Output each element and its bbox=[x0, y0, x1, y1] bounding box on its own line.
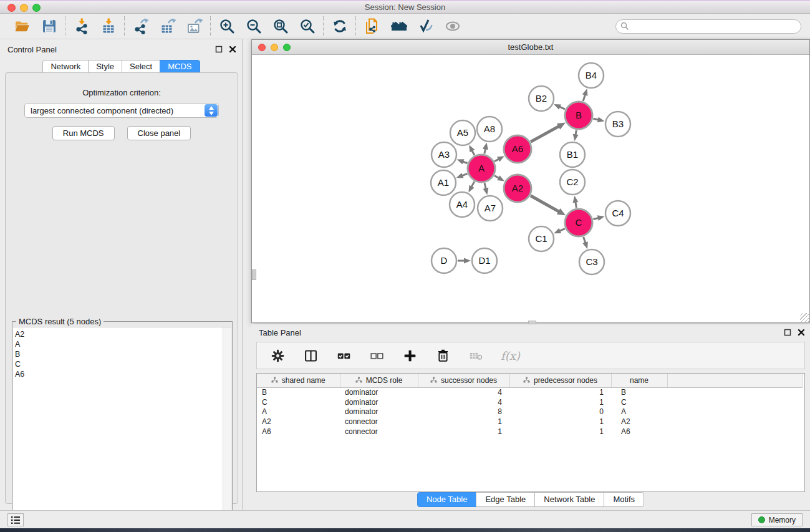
table-cell[interactable]: 4 bbox=[418, 387, 509, 397]
criterion-dropdown[interactable]: largest connected component (directed) bbox=[24, 103, 219, 118]
table-cell[interactable]: dominator bbox=[340, 387, 418, 397]
graph-node-A6[interactable]: A6 bbox=[504, 135, 531, 163]
table-cell[interactable]: 1 bbox=[509, 427, 611, 437]
graph-node-A3[interactable]: A3 bbox=[432, 142, 456, 167]
column-header-predecessor-nodes[interactable]: predecessor nodes bbox=[509, 374, 611, 387]
memory-button[interactable]: Memory bbox=[751, 513, 803, 526]
export-network-icon[interactable] bbox=[132, 18, 149, 35]
unselect-all-icon[interactable] bbox=[369, 347, 385, 364]
graph-node-B[interactable]: B bbox=[565, 102, 592, 129]
close-table-panel-icon[interactable] bbox=[798, 329, 805, 336]
graph-node-A2[interactable]: A2 bbox=[504, 175, 531, 202]
table-cell[interactable]: B bbox=[611, 387, 667, 397]
table-row[interactable]: Cdominator41C bbox=[257, 397, 802, 407]
table-cell[interactable]: A2 bbox=[611, 417, 667, 427]
table-cell[interactable]: 8 bbox=[418, 407, 509, 417]
mcds-result-item[interactable]: A2 bbox=[15, 329, 231, 339]
table-cell[interactable]: C bbox=[611, 397, 667, 407]
close-panel-icon[interactable] bbox=[229, 46, 236, 53]
table-cell[interactable]: 1 bbox=[418, 417, 509, 427]
graph-node-A4[interactable]: A4 bbox=[450, 192, 475, 217]
table-row[interactable]: A6connector11A6 bbox=[257, 427, 802, 437]
network-vscrollbar[interactable] bbox=[252, 269, 256, 280]
search-input[interactable] bbox=[615, 19, 801, 34]
import-network-icon[interactable] bbox=[73, 18, 90, 35]
table-header-row[interactable]: shared nameMCDS rolesuccessor nodesprede… bbox=[257, 374, 802, 387]
delete-column-icon[interactable] bbox=[435, 347, 451, 364]
graph-edge-A2-C[interactable] bbox=[531, 196, 560, 212]
column-header-name[interactable]: name bbox=[611, 374, 667, 387]
table-settings-gear-icon[interactable] bbox=[269, 347, 286, 364]
table-cell[interactable]: A bbox=[257, 407, 340, 417]
tab-motifs[interactable]: Motifs bbox=[604, 492, 644, 507]
graph-node-C4[interactable]: C4 bbox=[605, 201, 630, 226]
graph-node-B2[interactable]: B2 bbox=[529, 86, 554, 111]
graph-node-A5[interactable]: A5 bbox=[450, 120, 475, 145]
table-cell[interactable]: C bbox=[257, 397, 340, 407]
float-panel-icon[interactable] bbox=[215, 46, 223, 53]
mcds-result-item[interactable]: C bbox=[15, 359, 231, 369]
graph-node-C[interactable]: C bbox=[565, 209, 592, 236]
table-cell[interactable]: connector bbox=[340, 427, 418, 437]
graph-node-C1[interactable]: C1 bbox=[529, 226, 554, 251]
graph-node-A7[interactable]: A7 bbox=[478, 196, 503, 221]
graph-node-A8[interactable]: A8 bbox=[477, 117, 502, 142]
table-cell[interactable]: A6 bbox=[257, 427, 340, 437]
zoom-fit-icon[interactable] bbox=[272, 18, 289, 35]
task-history-button[interactable] bbox=[7, 513, 24, 526]
tab-network-table[interactable]: Network Table bbox=[534, 492, 604, 507]
graph-node-D[interactable]: D bbox=[432, 248, 456, 273]
graph-node-A[interactable]: A bbox=[468, 155, 495, 182]
table-row[interactable]: Bdominator41B bbox=[257, 387, 802, 397]
table-cell[interactable]: 0 bbox=[509, 407, 611, 417]
close-panel-button[interactable]: Close panel bbox=[127, 126, 191, 140]
tab-edge-table[interactable]: Edge Table bbox=[476, 492, 535, 507]
run-mcds-button[interactable]: Run MCDS bbox=[52, 126, 115, 140]
zoom-selected-icon[interactable] bbox=[299, 18, 316, 35]
export-image-icon[interactable] bbox=[186, 18, 203, 35]
show-hide-graphics-icon[interactable] bbox=[444, 18, 461, 35]
column-header-shared-name[interactable]: shared name bbox=[257, 374, 340, 387]
home-layout-icon[interactable] bbox=[390, 18, 407, 35]
table-cell[interactable]: 1 bbox=[509, 417, 611, 427]
refresh-icon[interactable] bbox=[331, 18, 348, 35]
table-cell[interactable]: 1 bbox=[509, 387, 611, 397]
tab-node-table[interactable]: Node Table bbox=[417, 492, 477, 507]
table-cell[interactable]: 1 bbox=[418, 427, 509, 437]
column-header-successor-nodes[interactable]: successor nodes bbox=[418, 374, 509, 387]
show-column-icon[interactable] bbox=[302, 347, 319, 364]
table-cell[interactable]: 1 bbox=[509, 397, 611, 407]
tab-style[interactable]: Style bbox=[88, 60, 122, 74]
window-resize-grip[interactable] bbox=[800, 313, 809, 322]
tab-mcds[interactable]: MCDS bbox=[160, 60, 200, 74]
graph-node-C2[interactable]: C2 bbox=[560, 170, 585, 195]
graph-node-A1[interactable]: A1 bbox=[431, 170, 456, 195]
graph-node-B1[interactable]: B1 bbox=[560, 142, 585, 167]
graph-node-B4[interactable]: B4 bbox=[579, 63, 604, 88]
table-cell[interactable]: A6 bbox=[611, 427, 667, 437]
result-scrollbar[interactable] bbox=[223, 327, 231, 530]
mcds-result-item[interactable]: A6 bbox=[15, 369, 231, 379]
table-cell[interactable]: B bbox=[257, 387, 340, 397]
tab-network[interactable]: Network bbox=[42, 60, 89, 74]
graph-node-C3[interactable]: C3 bbox=[579, 249, 604, 274]
clone-network-icon[interactable] bbox=[364, 18, 380, 35]
float-table-panel-icon[interactable] bbox=[784, 329, 791, 336]
save-session-icon[interactable] bbox=[41, 18, 57, 35]
select-all-icon[interactable] bbox=[335, 347, 352, 364]
export-table-icon[interactable] bbox=[159, 18, 176, 35]
table-cell[interactable]: dominator bbox=[340, 397, 418, 407]
column-header-MCDS-role[interactable]: MCDS role bbox=[340, 374, 418, 387]
tab-select[interactable]: Select bbox=[122, 60, 160, 74]
zoom-out-icon[interactable] bbox=[245, 18, 262, 35]
table-cell[interactable]: A bbox=[611, 407, 667, 417]
network-canvas[interactable]: B4B2BB3A8A5A6A3B1AA1C2A2A4A7C4CC1C3DD1 bbox=[252, 55, 809, 322]
table-cell[interactable]: A2 bbox=[257, 417, 340, 427]
graphics-details-icon[interactable] bbox=[417, 18, 434, 35]
import-table-icon[interactable] bbox=[100, 18, 117, 35]
table-cell[interactable]: connector bbox=[340, 417, 418, 427]
table-row[interactable]: A2connector11A2 bbox=[257, 417, 802, 427]
mcds-result-item[interactable]: B bbox=[15, 349, 231, 359]
mcds-result-item[interactable]: A bbox=[15, 339, 231, 349]
graph-node-B3[interactable]: B3 bbox=[605, 112, 630, 137]
